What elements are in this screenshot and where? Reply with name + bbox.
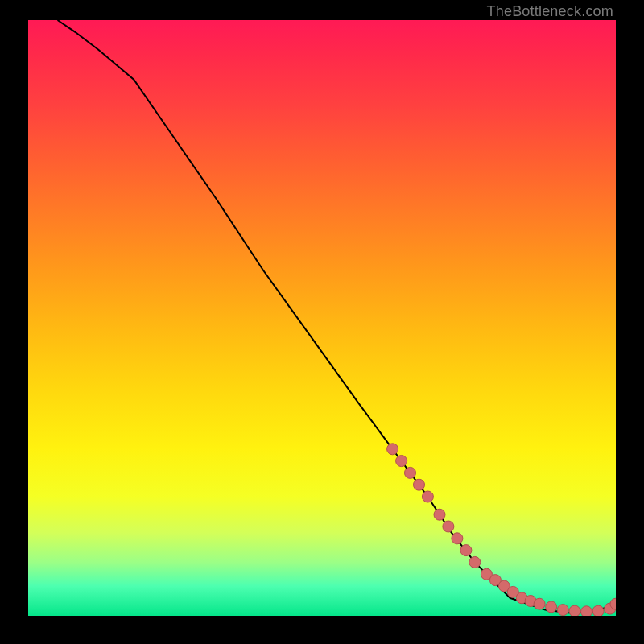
highlight-dots <box>387 444 616 616</box>
data-point <box>460 545 472 556</box>
chart-frame: TheBottleneck.com <box>0 0 644 644</box>
data-point <box>443 521 454 532</box>
data-point <box>434 509 445 520</box>
data-point <box>581 606 592 616</box>
data-point <box>422 491 433 502</box>
data-point <box>469 556 481 568</box>
plot-area <box>28 20 616 616</box>
data-point <box>452 533 463 544</box>
data-point <box>557 605 568 616</box>
data-point <box>414 479 425 490</box>
data-point <box>546 601 557 613</box>
watermark-text: TheBottleneck.com <box>487 3 613 20</box>
data-point <box>387 444 398 455</box>
data-point <box>396 456 407 467</box>
data-point <box>534 598 545 609</box>
data-point <box>405 467 416 478</box>
chart-svg <box>28 20 616 616</box>
bottleneck-curve <box>58 20 617 613</box>
data-point <box>592 605 604 616</box>
data-point <box>569 605 580 616</box>
